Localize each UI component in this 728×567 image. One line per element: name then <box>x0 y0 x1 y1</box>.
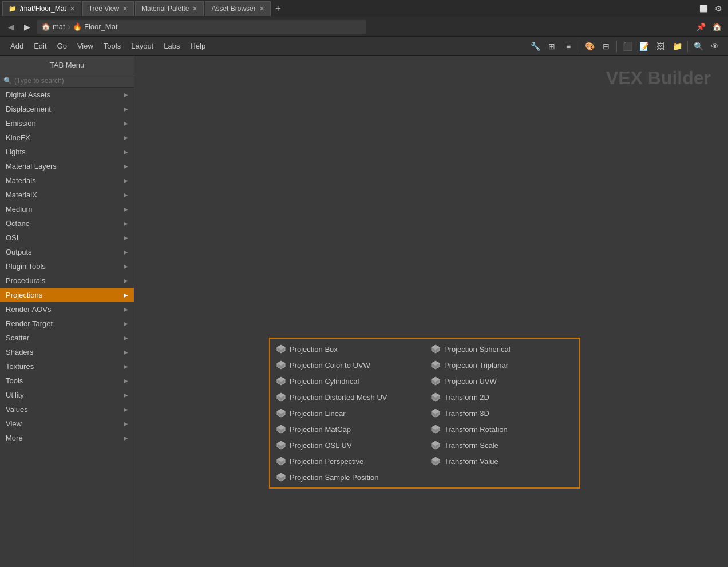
node-icon <box>430 344 441 354</box>
submenu-projection-sample-position[interactable]: Projection Sample Position <box>270 469 425 485</box>
submenu-label-projection-spherical: Projection Spherical <box>444 345 511 354</box>
breadcrumb-floor-mat: Floor_Mat <box>84 22 118 31</box>
menu-view[interactable]: View <box>73 41 98 51</box>
forward-button[interactable]: ▶ <box>21 21 33 33</box>
node-icon <box>276 440 286 450</box>
menu-label-values: Values <box>6 405 28 414</box>
submenu-label-projection-color-to-uvw: Projection Color to UVW <box>290 361 370 370</box>
submenu-projection-cylindrical[interactable]: Projection Cylindrical <box>270 373 425 389</box>
pin-icon[interactable]: 📌 <box>694 20 707 34</box>
menu-label-projections: Projections <box>6 291 42 299</box>
submenu-transform-3d[interactable]: Transform 3D <box>425 405 579 421</box>
submenu-transform-scale[interactable]: Transform Scale <box>425 437 579 453</box>
menu-entry-osl[interactable]: OSL ▶ <box>0 231 134 245</box>
submenu-label-projection-linear: Projection Linear <box>290 409 346 418</box>
menu-help[interactable]: Help <box>185 41 210 51</box>
menu-entry-shaders[interactable]: Shaders ▶ <box>0 345 134 359</box>
node-icon <box>276 472 286 482</box>
menu-labs[interactable]: Labs <box>159 41 184 51</box>
menu-entry-view[interactable]: View ▶ <box>0 417 134 431</box>
panel-icon[interactable]: ⬛ <box>620 39 635 54</box>
menu-add[interactable]: Add <box>6 41 28 51</box>
breadcrumb-bar[interactable]: 🏠 mat › 🔥 Floor_Mat <box>37 20 366 34</box>
search-input[interactable] <box>14 77 130 85</box>
image-icon[interactable]: 🖼 <box>653 39 668 54</box>
submenu-projection-uvw[interactable]: Projection UVW <box>425 373 579 389</box>
search-icon[interactable]: 🔍 <box>691 39 706 54</box>
submenu-projection-linear[interactable]: Projection Linear <box>270 405 425 421</box>
settings-icon[interactable]: ⚙ <box>711 1 726 16</box>
submenu-projection-triplanar[interactable]: Projection Triplanar <box>425 357 579 373</box>
menu-entry-values[interactable]: Values ▶ <box>0 402 134 417</box>
home-icon[interactable]: 🏠 <box>710 20 723 34</box>
menu-entry-utility[interactable]: Utility ▶ <box>0 388 134 402</box>
submenu-projection-perspective[interactable]: Projection Perspective <box>270 453 425 469</box>
menu-entry-material-layers[interactable]: Material Layers ▶ <box>0 159 134 173</box>
menu-entry-plugin-tools[interactable]: Plugin Tools ▶ <box>0 259 134 273</box>
submenu-label-transform-scale: Transform Scale <box>444 441 498 450</box>
menu-entry-textures[interactable]: Textures ▶ <box>0 359 134 374</box>
submenu-transform-2d[interactable]: Transform 2D <box>425 389 579 405</box>
menu-entry-octane[interactable]: Octane ▶ <box>0 216 134 231</box>
submenu-projection-osl-uv[interactable]: Projection OSL UV <box>270 437 425 453</box>
menu-entry-procedurals[interactable]: Procedurals ▶ <box>0 273 134 288</box>
window-icon[interactable]: ⬜ <box>696 1 711 16</box>
menu-arrow-icon: ▶ <box>124 149 128 155</box>
menu-entry-displacement[interactable]: Displacement ▶ <box>0 102 134 116</box>
tab-mat-floor[interactable]: 📁 /mat/Floor_Mat ✕ <box>2 1 81 16</box>
menu-entry-more[interactable]: More ▶ <box>0 431 134 445</box>
note-icon[interactable]: 📝 <box>636 39 651 54</box>
submenu-projection-color-to-uvw[interactable]: Projection Color to UVW <box>270 357 425 373</box>
submenu-transform-value[interactable]: Transform Value <box>425 453 579 469</box>
menu-entry-materialx[interactable]: MaterialX ▶ <box>0 188 134 202</box>
menu-entry-render-target[interactable]: Render Target ▶ <box>0 316 134 331</box>
submenu-projection-box[interactable]: Projection Box <box>270 341 425 357</box>
tab-close-icon[interactable]: ✕ <box>122 5 128 13</box>
new-tab-button[interactable]: + <box>272 2 284 15</box>
submenu-projection-spherical[interactable]: Projection Spherical <box>425 341 579 357</box>
table-icon[interactable]: ⊟ <box>599 39 614 54</box>
submenu-label-projection-perspective: Projection Perspective <box>290 457 363 466</box>
tab-asset-browser[interactable]: Asset Browser ✕ <box>205 1 270 16</box>
menu-entry-scatter[interactable]: Scatter ▶ <box>0 331 134 345</box>
node-icon <box>276 456 286 466</box>
tab-tree-view[interactable]: Tree View ✕ <box>82 1 134 16</box>
menu-arrow-icon: ▶ <box>124 378 128 384</box>
menu-entry-projections[interactable]: Projections ▶ <box>0 288 134 302</box>
menu-entry-render-aovs[interactable]: Render AOVs ▶ <box>0 302 134 316</box>
menu-entry-tools[interactable]: Tools ▶ <box>0 374 134 388</box>
submenu-projection-distorted-mesh-uv[interactable]: Projection Distorted Mesh UV <box>270 389 425 405</box>
grid-icon[interactable]: ⊞ <box>544 39 559 54</box>
menu-entry-outputs[interactable]: Outputs ▶ <box>0 245 134 259</box>
wrench-icon[interactable]: 🔧 <box>528 39 543 54</box>
node-icon <box>276 360 286 370</box>
tab-material-palette[interactable]: Material Palette ✕ <box>135 1 204 16</box>
tab-close-icon[interactable]: ✕ <box>259 5 264 13</box>
tab-close-icon[interactable]: ✕ <box>192 5 197 13</box>
camera-icon[interactable]: 👁 <box>707 39 722 54</box>
menu-entry-materials[interactable]: Materials ▶ <box>0 173 134 188</box>
menu-arrow-icon: ▶ <box>124 306 128 312</box>
folder-icon[interactable]: 📁 <box>670 39 685 54</box>
menu-arrow-icon: ▶ <box>124 435 128 441</box>
menu-layout[interactable]: Layout <box>126 41 158 51</box>
list-icon[interactable]: ≡ <box>561 39 576 54</box>
menu-entry-emission[interactable]: Emission ▶ <box>0 116 134 130</box>
menu-entry-lights[interactable]: Lights ▶ <box>0 145 134 159</box>
submenu-projection-matcap[interactable]: Projection MatCap <box>270 421 425 437</box>
menu-go[interactable]: Go <box>53 41 72 51</box>
submenu-transform-rotation[interactable]: Transform Rotation <box>425 421 579 437</box>
palette-icon[interactable]: 🎨 <box>582 39 597 54</box>
menu-label-digital-assets: Digital Assets <box>6 90 50 99</box>
menu-edit[interactable]: Edit <box>29 41 51 51</box>
divider-2 <box>616 41 617 52</box>
back-button[interactable]: ◀ <box>5 21 17 33</box>
menu-entry-kinefx[interactable]: KineFX ▶ <box>0 130 134 145</box>
tab-close-icon[interactable]: ✕ <box>70 5 75 13</box>
submenu-label-projection-uvw: Projection UVW <box>444 377 497 386</box>
menu-arrow-icon: ▶ <box>124 277 128 284</box>
menu-entry-medium[interactable]: Medium ▶ <box>0 202 134 216</box>
menu-entry-digital-assets[interactable]: Digital Assets ▶ <box>0 88 134 102</box>
menu-tools[interactable]: Tools <box>99 41 125 51</box>
submenu-label-projection-cylindrical: Projection Cylindrical <box>290 377 359 386</box>
